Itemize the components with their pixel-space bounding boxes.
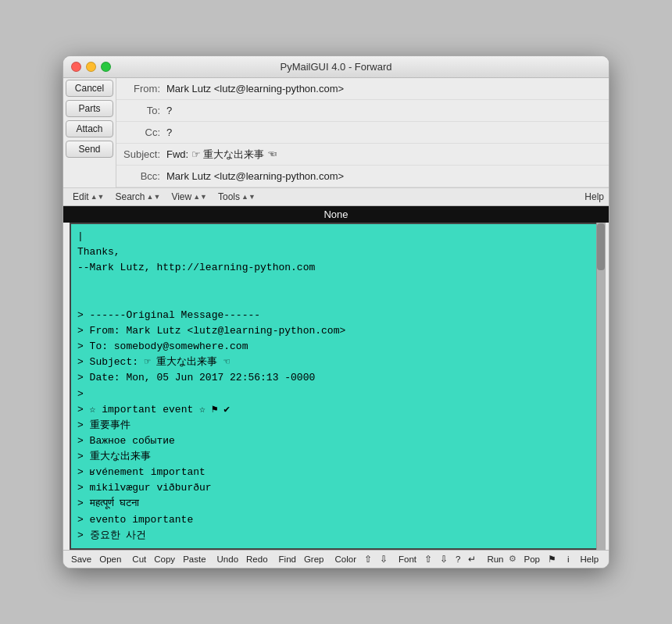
font-down-btn[interactable]: ⇩	[437, 553, 451, 565]
font-btn[interactable]: Font	[395, 554, 420, 565]
grep-btn[interactable]: Grep	[301, 554, 327, 565]
run-btn[interactable]: Run	[484, 554, 506, 565]
from-field[interactable]	[166, 83, 604, 94]
bcc-field[interactable]	[166, 170, 604, 182]
cc-field[interactable]	[166, 127, 604, 138]
send-button[interactable]: Send	[66, 141, 113, 158]
editor-area[interactable]: | Thanks, --Mark Lutz, http://learning-p…	[70, 223, 602, 550]
bottom-help-btn[interactable]: Help	[577, 554, 602, 565]
tools-menu[interactable]: Tools ▲▼	[213, 190, 260, 204]
search-arrow: ▲▼	[147, 193, 161, 201]
paste-btn[interactable]: Paste	[180, 554, 209, 565]
bottom-toolbar: Save Open Cut Copy Paste Undo Redo Find …	[63, 550, 609, 568]
pop-btn[interactable]: Pop	[521, 554, 543, 565]
from-row: From:	[116, 78, 609, 100]
color-down-btn[interactable]: ⇩	[377, 553, 391, 565]
pop-flag-btn[interactable]: ⚑	[545, 553, 559, 565]
parts-button[interactable]: Parts	[66, 100, 113, 117]
cc-row: Cc:	[116, 122, 609, 144]
bcc-row: Bcc:	[116, 166, 609, 187]
to-field[interactable]	[166, 105, 604, 116]
copy-btn[interactable]: Copy	[151, 554, 178, 565]
color-btn[interactable]: Color	[332, 554, 359, 565]
view-arrow: ▲▼	[193, 193, 207, 201]
bcc-label: Bcc:	[121, 170, 166, 182]
cut-btn[interactable]: Cut	[129, 554, 149, 565]
close-button[interactable]	[71, 62, 81, 72]
cc-label: Cc:	[121, 127, 166, 138]
fields-area: From: To: Cc: Subject: Bcc:	[116, 78, 609, 187]
font-up-btn[interactable]: ⇧	[421, 553, 435, 565]
minimize-button[interactable]	[86, 62, 96, 72]
header-buttons: Cancel Parts Attach Send	[63, 78, 116, 187]
cancel-button[interactable]: Cancel	[66, 80, 113, 97]
save-btn[interactable]: Save	[68, 554, 95, 565]
color-up-btn[interactable]: ⇧	[361, 553, 375, 565]
main-window: PyMailGUI 4.0 - Forward Cancel Parts Att…	[63, 55, 609, 569]
from-label: From:	[121, 83, 166, 94]
view-menu[interactable]: View ▲▼	[166, 190, 212, 204]
window-controls	[71, 62, 111, 72]
attach-button[interactable]: Attach	[66, 120, 113, 137]
redo-btn[interactable]: Redo	[243, 554, 271, 565]
edit-menu[interactable]: Edit ▲▼	[68, 190, 109, 204]
edit-arrow: ▲▼	[91, 193, 105, 201]
subject-field[interactable]	[166, 148, 604, 160]
header-row: Cancel Parts Attach Send From: To: Cc:	[63, 78, 609, 188]
scrollbar-thumb[interactable]	[597, 223, 605, 270]
window-title: PyMailGUI 4.0 - Forward	[280, 61, 391, 73]
help-link[interactable]: Help	[584, 191, 604, 202]
open-btn[interactable]: Open	[96, 554, 124, 565]
header-area: Cancel Parts Attach Send From: To: Cc:	[63, 78, 609, 188]
search-menu[interactable]: Search ▲▼	[111, 190, 166, 204]
font-enter-btn[interactable]: ↵	[465, 553, 479, 565]
to-row: To:	[116, 100, 609, 122]
title-bar: PyMailGUI 4.0 - Forward	[63, 56, 609, 78]
none-bar: None	[63, 206, 609, 223]
menu-toolbar: Edit ▲▼ Search ▲▼ View ▲▼ Tools ▲▼ Help	[63, 188, 609, 206]
subject-label: Subject:	[121, 148, 166, 160]
maximize-button[interactable]	[101, 62, 111, 72]
tools-arrow: ▲▼	[241, 193, 256, 201]
to-label: To:	[121, 105, 166, 116]
info-btn[interactable]: i	[564, 554, 573, 565]
run-gear-icon: ⚙	[509, 554, 517, 564]
scrollbar-track[interactable]	[596, 223, 606, 550]
subject-row: Subject:	[116, 144, 609, 166]
font-q-btn[interactable]: ?	[452, 554, 463, 565]
undo-btn[interactable]: Undo	[214, 554, 242, 565]
find-btn[interactable]: Find	[276, 554, 299, 565]
